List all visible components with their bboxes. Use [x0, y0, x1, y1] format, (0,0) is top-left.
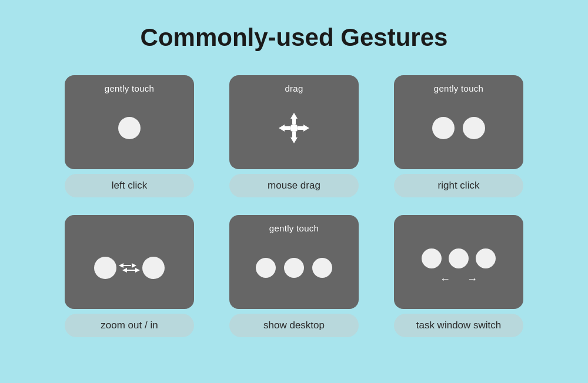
svg-marker-4	[279, 125, 285, 132]
svg-marker-9	[119, 263, 123, 268]
svg-point-8	[290, 124, 298, 132]
mouse-drag-top-label: drag	[229, 83, 359, 93]
task-left-arrow-icon: ←	[440, 273, 450, 285]
show-desktop-dot-3	[312, 258, 332, 278]
gestures-grid: gently touch left click drag	[65, 75, 523, 337]
gesture-card-task-switch: ← →	[394, 215, 523, 309]
gesture-card-mouse-drag: drag	[229, 75, 359, 169]
svg-marker-6	[303, 125, 309, 132]
left-click-visual	[118, 117, 141, 139]
task-dot-3	[476, 248, 496, 268]
svg-rect-16	[126, 265, 131, 266]
zoom-dot-right	[142, 257, 165, 279]
gesture-card-left-click: gently touch	[65, 75, 194, 169]
gesture-card-zoom	[65, 215, 194, 309]
right-click-label: right click	[394, 174, 523, 197]
svg-rect-5	[284, 126, 290, 130]
task-switch-visual: ← →	[422, 248, 496, 285]
mouse-drag-label: mouse drag	[229, 174, 359, 197]
zoom-dot-left	[94, 257, 116, 279]
gesture-item-right-click: gently touch right click	[394, 75, 523, 197]
gesture-item-mouse-drag: drag	[229, 75, 359, 197]
right-click-dot-1	[432, 117, 455, 139]
gesture-item-show-desktop: gently touch show desktop	[229, 215, 359, 337]
task-switch-label: task window switch	[394, 314, 523, 337]
left-click-top-label: gently touch	[65, 83, 194, 93]
page-title: Commonly-used Gestures	[141, 23, 448, 52]
gesture-card-show-desktop: gently touch	[229, 215, 359, 309]
left-click-label: left click	[65, 174, 194, 197]
right-click-dot-2	[463, 117, 485, 139]
svg-rect-12	[131, 270, 136, 271]
show-desktop-label: show desktop	[229, 314, 359, 337]
task-dot-1	[422, 248, 442, 268]
svg-rect-14	[126, 270, 131, 271]
show-desktop-dot-1	[256, 258, 276, 278]
show-desktop-visual	[256, 258, 332, 278]
zoom-label: zoom out / in	[65, 314, 194, 337]
svg-marker-0	[290, 113, 298, 119]
task-right-arrow-icon: →	[467, 273, 477, 285]
svg-rect-1	[292, 118, 296, 124]
right-click-visual	[432, 117, 485, 139]
gesture-card-right-click: gently touch	[394, 75, 523, 169]
svg-marker-2	[290, 137, 298, 143]
single-dot	[118, 117, 141, 139]
gesture-item-task-switch: ← → task window switch	[394, 215, 523, 337]
svg-marker-15	[132, 263, 136, 268]
task-switch-arrows: ← →	[440, 273, 477, 285]
drag-arrow-icon	[276, 110, 312, 146]
show-desktop-dot-2	[284, 258, 304, 278]
task-switch-dots	[422, 248, 496, 268]
svg-marker-13	[122, 268, 127, 273]
zoom-arrows-icon	[119, 261, 140, 275]
svg-rect-3	[292, 132, 296, 138]
show-desktop-top-label: gently touch	[229, 223, 359, 233]
svg-marker-11	[135, 268, 140, 273]
task-dot-2	[449, 248, 469, 268]
svg-rect-7	[298, 126, 304, 130]
gesture-item-zoom: zoom out / in	[65, 215, 194, 337]
gesture-item-left-click: gently touch left click	[65, 75, 194, 197]
right-click-top-label: gently touch	[394, 83, 523, 93]
zoom-visual	[94, 257, 165, 279]
